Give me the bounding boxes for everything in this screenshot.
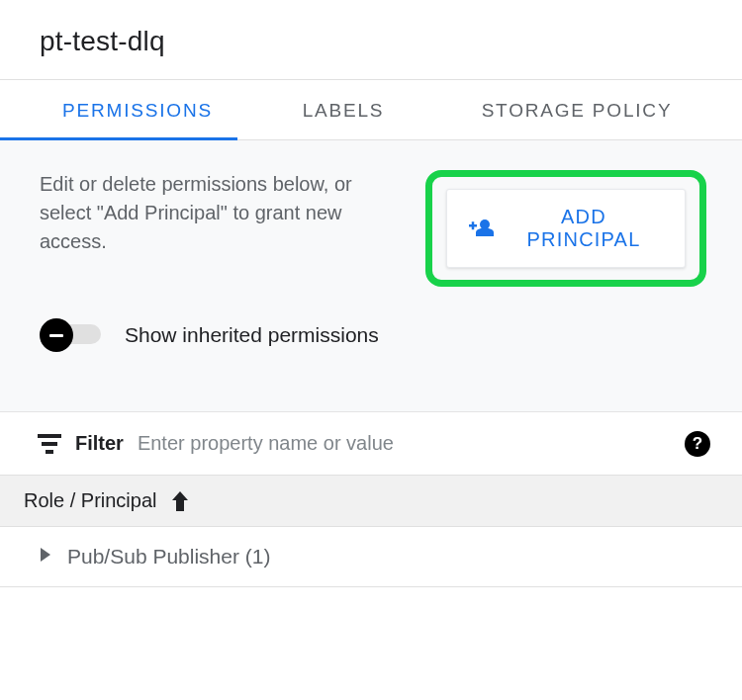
show-inherited-toggle[interactable] <box>40 318 107 352</box>
table-header-role[interactable]: Role / Principal <box>0 476 742 527</box>
filter-input[interactable] <box>138 428 671 459</box>
minus-icon <box>40 318 73 352</box>
add-principal-button[interactable]: ADD PRINCIPAL <box>446 189 686 268</box>
add-principal-label: ADD PRINCIPAL <box>505 206 663 251</box>
svg-rect-4 <box>42 442 57 446</box>
help-icon[interactable]: ? <box>685 431 710 457</box>
filter-label: Filter <box>75 432 124 455</box>
permissions-hint-text: Edit or delete permissions below, or sel… <box>40 170 406 256</box>
tab-bar: PERMISSIONS LABELS STORAGE POLICY <box>0 80 742 139</box>
svg-rect-2 <box>472 221 475 229</box>
show-inherited-label: Show inherited permissions <box>125 323 379 347</box>
table-header-label: Role / Principal <box>24 489 157 512</box>
arrow-up-icon <box>171 491 189 511</box>
filter-icon <box>38 433 61 455</box>
tab-storage-policy[interactable]: STORAGE POLICY <box>449 80 704 139</box>
page-title: pt-test-dlq <box>40 26 702 57</box>
caret-right-icon <box>40 548 51 566</box>
tab-permissions[interactable]: PERMISSIONS <box>38 80 237 139</box>
person-add-icon <box>469 219 495 238</box>
svg-rect-5 <box>46 450 53 454</box>
role-name: Pub/Sub Publisher (1) <box>67 545 270 569</box>
svg-rect-3 <box>38 434 61 438</box>
role-row[interactable]: Pub/Sub Publisher (1) <box>0 527 742 587</box>
add-principal-highlight: ADD PRINCIPAL <box>425 170 706 287</box>
tab-labels[interactable]: LABELS <box>237 80 449 139</box>
